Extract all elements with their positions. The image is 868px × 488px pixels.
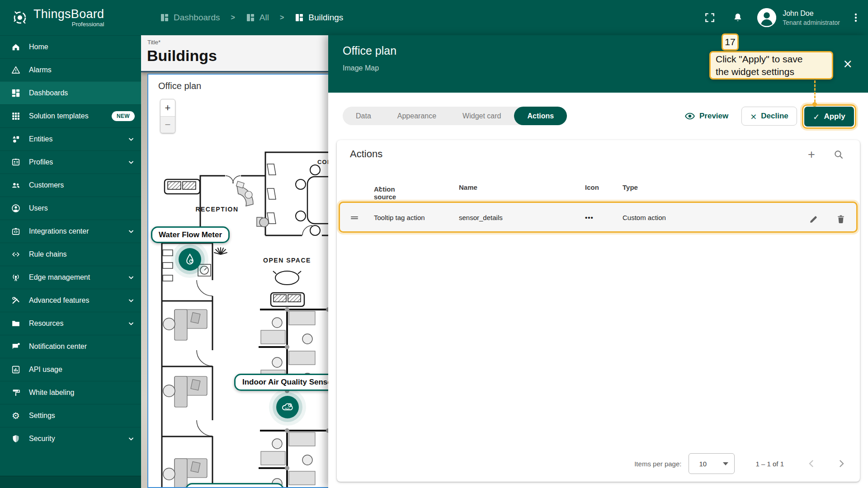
sidebar-item-security[interactable]: Security <box>0 427 141 450</box>
sidebar-item-label: Entities <box>29 135 52 143</box>
sidebar-item-alarms[interactable]: Alarms <box>0 58 141 81</box>
air-quality-sensor-tooltip[interactable]: Indoor Air Quality Sensor <box>234 374 328 391</box>
sort-asc-icon: ↑ <box>377 185 383 193</box>
chevron-down-icon <box>127 274 135 281</box>
drag-handle-icon[interactable] <box>349 212 360 223</box>
breadcrumb-item-dashboards[interactable]: Dashboards <box>160 13 220 23</box>
decline-button[interactable]: × Decline <box>741 107 797 126</box>
edge-icon <box>11 272 21 282</box>
fullscreen-icon[interactable] <box>704 12 716 23</box>
notification-icon <box>11 342 21 352</box>
annotation-step-badge: 17 <box>722 33 739 51</box>
sidebar-item-edge-management[interactable]: Edge management <box>0 266 141 289</box>
dashboard-title-field[interactable]: Title* Buildings <box>141 35 328 72</box>
items-per-page-label: Items per page: <box>634 460 681 468</box>
eye-icon <box>684 111 695 122</box>
annotation-connector-line <box>814 80 816 102</box>
pagination: Items per page: 10 1 – 1 of 1 <box>634 451 847 476</box>
actions-card: Actions + Action source↑ Name Icon Type … <box>337 140 860 482</box>
cell-name: sensor_details <box>459 214 503 221</box>
air-quality-sensor-marker[interactable]: AQI <box>276 396 299 418</box>
chevron-down-icon <box>127 159 135 166</box>
folder-icon <box>11 319 21 328</box>
next-page-icon[interactable] <box>835 458 847 469</box>
tools-icon <box>11 296 21 305</box>
rule-chains-icon <box>11 249 21 259</box>
action-table-row[interactable]: Tooltip tag action sensor_details ••• Cu… <box>339 202 858 233</box>
sidebar-item-entities[interactable]: Entities <box>0 127 141 150</box>
sidebar-item-label: Resources <box>29 319 63 328</box>
sidebar-item-profiles[interactable]: Profiles <box>0 150 141 174</box>
sidebar-footer <box>0 476 141 488</box>
annotation-tooltip: Click "Apply" to save the widget setting… <box>709 51 833 80</box>
add-action-button[interactable]: + <box>806 149 817 161</box>
sidebar-item-api-usage[interactable]: API usage <box>0 358 141 381</box>
tab-data[interactable]: Data <box>343 107 384 125</box>
dashboard-icon <box>160 13 169 22</box>
panel-subtitle: Image Map <box>343 64 379 72</box>
title-field-label: Title* <box>147 39 160 46</box>
user-menu[interactable]: John Doe Tenant administrator <box>783 9 840 26</box>
apply-button[interactable]: ✓ Apply <box>804 107 854 127</box>
search-icon[interactable] <box>833 149 845 161</box>
sidebar-item-users[interactable]: Users <box>0 197 141 220</box>
delete-trash-icon[interactable] <box>835 214 846 225</box>
breadcrumb-item-all[interactable]: All <box>246 13 269 23</box>
water-drop-icon <box>183 253 197 266</box>
close-icon[interactable]: × <box>843 57 853 70</box>
sidebar-item-label: Security <box>29 435 55 443</box>
actions-section-title: Actions <box>350 148 382 160</box>
reception-label: RECEPTION <box>195 206 238 213</box>
open-space-label: OPEN SPACE <box>263 257 311 264</box>
sidebar-item-rule-chains[interactable]: Rule chains <box>0 243 141 266</box>
breadcrumb-separator: > <box>280 14 284 22</box>
avatar[interactable] <box>757 8 776 27</box>
sidebar-item-dashboards[interactable]: Dashboards <box>0 81 141 104</box>
edit-pencil-icon[interactable] <box>808 214 819 225</box>
dashboard-icon <box>295 13 304 22</box>
user-name: John Doe <box>783 9 840 18</box>
cell-action-source: Tooltip tag action <box>374 214 425 221</box>
tab-actions[interactable]: Actions <box>514 107 567 125</box>
kebab-menu-icon[interactable] <box>850 12 862 23</box>
water-flow-meter-tooltip[interactable]: Water Flow Meter <box>151 226 230 243</box>
sidebar-item-white-labeling[interactable]: White labeling <box>0 381 141 404</box>
shield-icon <box>11 434 21 444</box>
sidebar-item-advanced-features[interactable]: Advanced features <box>0 289 141 312</box>
items-per-page-select[interactable]: 10 <box>689 453 735 474</box>
bell-icon[interactable] <box>732 12 744 23</box>
sidebar-item-notification-center[interactable]: Notification center <box>0 335 141 358</box>
sidebar-item-label: Advanced features <box>29 296 89 305</box>
image-map-widget: Office plan + − <box>147 74 328 488</box>
column-icon: Icon <box>585 183 599 191</box>
zoom-out-button[interactable]: − <box>160 116 175 133</box>
dashboard-icon <box>246 13 255 22</box>
sidebar-item-home[interactable]: Home <box>0 35 141 58</box>
previous-page-icon[interactable] <box>806 458 817 469</box>
tab-widget-card[interactable]: Widget card <box>449 107 514 125</box>
water-flow-meter-marker[interactable] <box>179 248 201 271</box>
sidebar-item-label: Notification center <box>29 343 87 351</box>
sidebar-item-settings[interactable]: ⚙ Settings <box>0 404 141 427</box>
preview-button[interactable]: Preview <box>684 111 728 122</box>
profiles-icon <box>11 157 21 167</box>
sidebar-item-customers[interactable]: Customers <box>0 174 141 197</box>
chevron-down-icon <box>127 320 135 327</box>
gear-icon: ⚙ <box>11 411 21 421</box>
customers-icon <box>11 180 21 190</box>
cut-off-tooltip[interactable] <box>185 483 284 488</box>
sidebar-item-resources[interactable]: Resources <box>0 312 141 335</box>
breadcrumb-item-buildings[interactable]: Buildings <box>295 13 343 23</box>
sidebar-item-integrations-center[interactable]: Integrations center <box>0 220 141 243</box>
pagination-range: 1 – 1 of 1 <box>755 460 784 468</box>
cell-icon: ••• <box>585 214 594 221</box>
zoom-in-button[interactable]: + <box>160 99 175 116</box>
air-quality-icon: AQI <box>280 400 295 414</box>
sidebar-item-label: Users <box>29 204 48 212</box>
logo[interactable]: ThingsBoard Professional <box>0 0 141 35</box>
apply-highlight-ring: ✓ Apply <box>802 104 856 129</box>
cell-type: Custom action <box>623 214 666 221</box>
sidebar-item-solution-templates[interactable]: Solution templates NEW <box>0 104 141 127</box>
tab-appearance[interactable]: Appearance <box>384 107 449 125</box>
dashboard-column: Title* Buildings Office plan + − <box>141 35 328 488</box>
